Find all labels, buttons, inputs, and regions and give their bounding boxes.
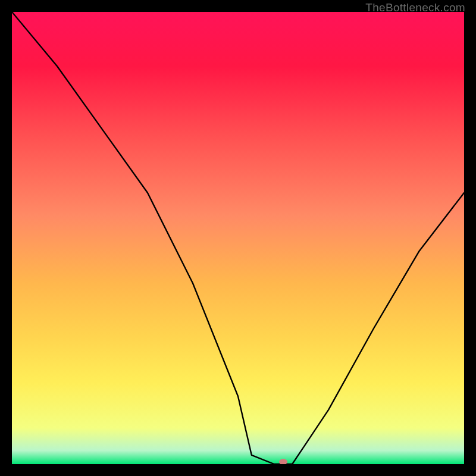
plot-area (12, 12, 464, 464)
bottleneck-curve-svg (12, 12, 464, 464)
bottleneck-curve (12, 12, 464, 464)
chart-container: TheBottleneck.com (0, 0, 476, 476)
optimal-point-marker (279, 459, 287, 464)
